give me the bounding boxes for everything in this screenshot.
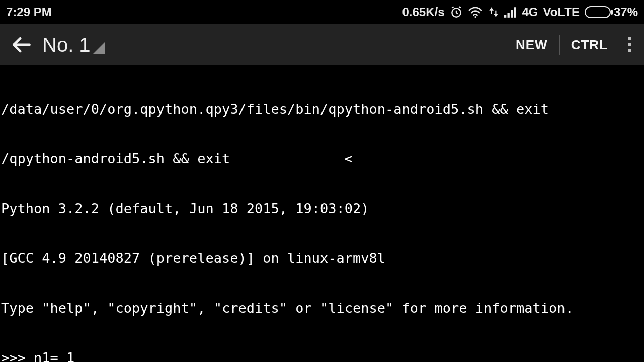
- data-transfer-icon: [488, 6, 499, 18]
- android-status-bar: 7:29 PM 0.65K/s: [0, 0, 644, 24]
- terminal-line: >>> n1= 1: [1, 349, 643, 362]
- svg-rect-4: [511, 10, 513, 18]
- terminal-line: Type "help", "copyright", "credits" or "…: [1, 300, 643, 316]
- svg-point-1: [474, 16, 476, 18]
- cellular-signal-icon: [504, 7, 517, 18]
- terminal-line: /qpython-android5.sh && exit <: [1, 150, 643, 167]
- battery-icon: [585, 6, 611, 18]
- status-clock: 7:29 PM: [6, 5, 52, 19]
- session-title-dropdown[interactable]: No. 1: [42, 34, 105, 56]
- svg-rect-3: [507, 13, 509, 18]
- battery-percent-text: 37%: [614, 5, 638, 19]
- new-session-button[interactable]: NEW: [505, 34, 559, 56]
- svg-rect-5: [514, 7, 516, 18]
- dropdown-triangle-icon: [93, 42, 105, 54]
- wifi-icon: [468, 6, 483, 18]
- battery-indicator: 37%: [585, 5, 638, 19]
- app-toolbar: No. 1 NEW CTRL: [0, 24, 644, 65]
- overflow-menu-icon: [628, 37, 631, 40]
- terminal-line: /data/user/0/org.qpython.qpy3/files/bin/…: [1, 101, 643, 117]
- back-button[interactable]: [10, 34, 32, 56]
- overflow-menu-button[interactable]: [619, 37, 640, 52]
- status-net-speed: 0.65K/s: [402, 5, 444, 19]
- session-title: No. 1: [42, 34, 91, 56]
- alarm-icon: [450, 6, 463, 19]
- svg-rect-2: [504, 15, 506, 17]
- status-net-label: 4G: [522, 5, 538, 19]
- ctrl-key-button[interactable]: CTRL: [560, 34, 619, 56]
- terminal-line: Python 3.2.2 (default, Jun 18 2015, 19:0…: [1, 200, 643, 217]
- status-volte-label: VoLTE: [543, 5, 580, 19]
- terminal-output[interactable]: /data/user/0/org.qpython.qpy3/files/bin/…: [0, 65, 644, 362]
- terminal-line: [GCC 4.9 20140827 (prerelease)] on linux…: [1, 250, 643, 266]
